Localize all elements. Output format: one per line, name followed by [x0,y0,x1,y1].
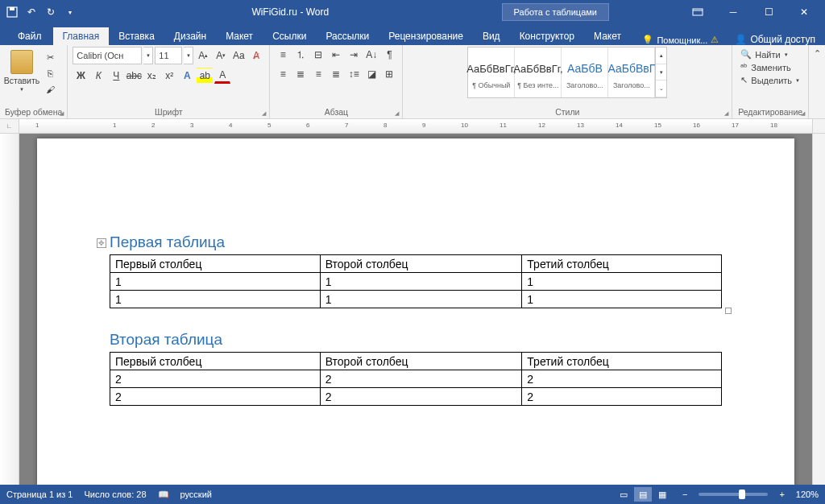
multilevel-list-button[interactable]: ⊟ [310,47,326,63]
table-header-cell[interactable]: Первый столбец [110,353,321,370]
table-cell[interactable]: 2 [522,388,722,406]
style-heading1[interactable]: АаБбВЗаголово... [562,48,608,97]
table-header-cell[interactable]: Третий столбец [522,353,722,370]
subscript-button[interactable]: x₂ [143,68,160,84]
status-language[interactable]: русский [180,490,212,499]
zoom-in-button[interactable]: + [779,490,784,499]
styles-gallery-expand[interactable]: ▴▾⌄ [655,48,666,97]
maximize-button[interactable]: ☐ [751,0,786,24]
table-cell[interactable]: 1 [522,291,722,308]
show-marks-button[interactable]: ¶ [381,47,397,63]
table-cell[interactable]: 1 [110,291,321,308]
status-word-count[interactable]: Число слов: 28 [84,490,146,499]
table-1[interactable]: Первый столбецВторой столбецТретий столб… [110,254,722,308]
table-cell[interactable]: 1 [320,273,522,291]
style-heading2[interactable]: АаБбВвГЗаголово... [608,48,655,97]
table-cell[interactable]: 1 [320,291,522,308]
bold-button[interactable]: Ж [73,68,89,84]
tab-table-design[interactable]: Конструктор [510,27,584,45]
document-scroll-area[interactable]: ✥ Первая таблица Первый столбецВторой ст… [19,134,812,485]
borders-button[interactable]: ⊞ [381,66,397,82]
table-move-handle[interactable]: ✥ [97,238,106,248]
italic-button[interactable]: К [90,68,106,84]
vertical-ruler[interactable] [0,134,19,485]
align-center-button[interactable]: ≣ [292,66,309,82]
sort-button[interactable]: A↓ [363,47,379,63]
justify-button[interactable]: ≣ [328,66,344,82]
table-resize-handle[interactable] [725,308,732,314]
align-right-button[interactable]: ≡ [310,66,326,82]
zoom-out-button[interactable]: − [682,490,687,499]
table-2[interactable]: Первый столбецВторой столбецТретий столб… [110,352,722,406]
tab-mailings[interactable]: Рассылки [316,27,379,45]
tab-design[interactable]: Дизайн [164,27,216,45]
find-button[interactable]: 🔍Найти▼ [737,48,803,60]
status-page[interactable]: Страница 1 из 1 [6,490,73,499]
font-name-dropdown[interactable]: ▼ [143,47,153,64]
style-no-spacing[interactable]: АаБбВвГг,¶ Без инте... [515,48,562,97]
tab-file[interactable]: Файл [6,27,53,45]
tab-table-layout[interactable]: Макет [584,27,631,45]
increase-indent-button[interactable]: ⇥ [346,47,362,63]
table-cell[interactable]: 2 [320,370,522,388]
qat-dropdown[interactable]: ▼ [61,3,79,21]
paste-button[interactable]: Вставить ▼ [5,47,39,92]
tab-home[interactable]: Главная [53,27,110,45]
ruler-corner[interactable]: ∟ [0,119,19,133]
bullets-button[interactable]: ≡ [275,47,291,63]
minimize-button[interactable]: ─ [715,0,751,24]
close-button[interactable]: ✕ [786,0,822,24]
tab-review[interactable]: Рецензирование [379,27,473,45]
print-layout-button[interactable]: ▤ [634,487,652,502]
change-case-button[interactable]: Aa [230,48,247,64]
font-color-button[interactable]: A [214,68,230,84]
highlight-button[interactable]: ab [197,68,213,84]
tab-insert[interactable]: Вставка [109,27,164,45]
share-button[interactable]: 👤Общий доступ [725,34,825,45]
align-left-button[interactable]: ≡ [275,66,291,82]
tab-references[interactable]: Ссылки [263,27,316,45]
format-painter-button[interactable]: 🖌 [42,82,58,97]
styles-gallery[interactable]: АаБбВвГг,¶ Обычный АаБбВвГг,¶ Без инте..… [467,47,667,98]
font-size-dropdown[interactable]: ▼ [184,47,193,64]
clear-formatting-button[interactable]: A̷ [248,48,264,64]
table-cell[interactable]: 1 [522,273,722,291]
copy-button[interactable]: ⎘ [42,66,58,81]
table-header-cell[interactable]: Третий столбец [522,255,722,273]
save-button[interactable] [3,3,21,21]
tab-layout[interactable]: Макет [216,27,263,45]
read-mode-button[interactable]: ▭ [615,487,632,502]
font-size-combo[interactable]: 11 [155,47,182,64]
heading-2[interactable]: Вторая таблица [110,331,722,349]
spellcheck-icon[interactable]: 📖 [158,490,169,500]
vertical-scrollbar[interactable] [812,134,825,485]
cut-button[interactable]: ✂ [42,50,58,64]
underline-button[interactable]: Ч [108,68,124,84]
replace-button[interactable]: ᵃᵇЗаменить [737,61,803,73]
tell-me-search[interactable]: 💡Помощник...⚠ [636,35,725,45]
text-effects-button[interactable]: A [179,68,195,84]
undo-button[interactable]: ↶ [23,3,40,21]
tab-view[interactable]: Вид [473,27,510,45]
page[interactable]: ✥ Первая таблица Первый столбецВторой ст… [37,138,794,485]
zoom-slider[interactable] [699,493,768,496]
table-cell[interactable]: 2 [110,370,321,388]
web-layout-button[interactable]: ▦ [653,487,671,502]
decrease-indent-button[interactable]: ⇤ [328,47,344,63]
shading-button[interactable]: ◪ [363,66,379,82]
zoom-level[interactable]: 120% [796,490,819,499]
grow-font-button[interactable]: A▴ [195,48,211,64]
line-spacing-button[interactable]: ↕≡ [346,66,362,82]
redo-button[interactable]: ↻ [42,3,60,21]
table-cell[interactable]: 2 [110,388,321,406]
strikethrough-button[interactable]: abc [126,68,142,84]
superscript-button[interactable]: x² [161,68,177,84]
table-cell[interactable]: 2 [522,370,722,388]
table-cell[interactable]: 1 [110,273,321,291]
collapse-ribbon-button[interactable]: ⌃ [809,45,825,118]
heading-1[interactable]: ✥ Первая таблица [110,233,722,251]
font-name-combo[interactable]: Calibri (Осн [73,47,142,64]
table-header-cell[interactable]: Второй столбец [320,255,522,273]
ribbon-options-button[interactable] [680,0,715,24]
select-button[interactable]: ↖Выделить▼ [737,74,803,86]
